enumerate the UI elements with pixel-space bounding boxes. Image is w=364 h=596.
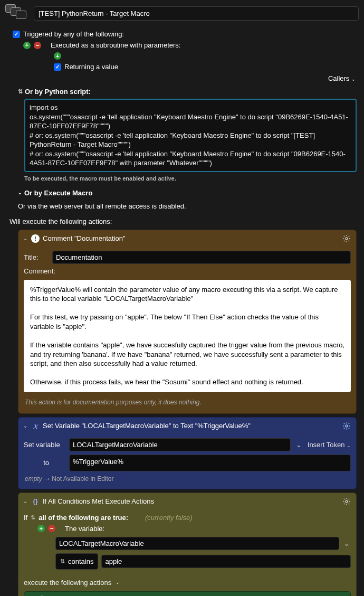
if-label: If (24, 514, 27, 522)
execute-actions-label: execute the following actions (24, 579, 111, 586)
python-script-label: Or by Python script: (25, 88, 91, 96)
variable-icon: 𝑥 (31, 422, 40, 430)
app-icon (5, 4, 28, 22)
action-title: Comment "Documentation" (43, 234, 338, 242)
actions-heading: Will execute the following actions: (0, 215, 364, 230)
action-play-sound-glass[interactable]: › 🔊 Play Sound "Glass" Asyncronously (24, 591, 351, 596)
arrow-right-icon: → (44, 475, 52, 483)
gear-icon[interactable] (341, 421, 352, 431)
updown-icon[interactable]: ⇅ (31, 514, 35, 521)
callers-button[interactable]: Callers ⌄ (328, 74, 356, 82)
variable-name-input[interactable]: LOCALTargetMacroVariable (69, 438, 291, 451)
action-set-variable[interactable]: ⌄ 𝑥 Set Variable "LOCALTargetMacroVariab… (18, 417, 357, 489)
action-if-then-else[interactable]: ⌄ {} If All Conditions Met Execute Actio… (18, 493, 357, 596)
gear-icon[interactable] (341, 233, 352, 244)
remove-trigger-button[interactable]: − (34, 42, 41, 49)
condition-variable-input[interactable]: LOCALTargetMacroVariable (55, 537, 339, 550)
updown-icon[interactable]: ⇅ (18, 88, 23, 95)
action-comment[interactable]: ⌄ ! Comment "Documentation" Title: Docum… (18, 230, 357, 414)
remove-condition-button[interactable]: − (48, 525, 55, 532)
returning-label: Returning a value (64, 63, 118, 71)
chevron-down-icon[interactable]: ⌄ (116, 580, 120, 585)
python-script-box[interactable]: import os os.system("""osascript -e 'tel… (24, 99, 357, 172)
setvar-label: Set variable (24, 441, 65, 449)
currently-status: (currently false) (145, 514, 193, 522)
chevron-down-icon[interactable]: ⌄ (342, 540, 351, 547)
add-trigger-button[interactable]: + (23, 42, 31, 49)
svg-point-1 (346, 425, 348, 427)
all-conditions-select[interactable]: all of the following are true: (39, 514, 128, 522)
subroutine-label: Executed as a subroutine with parameters… (51, 41, 180, 49)
comment-label: Comment: (24, 267, 55, 275)
svg-point-0 (346, 238, 348, 240)
triggered-checkbox[interactable] (13, 31, 20, 38)
updown-icon: ⇅ (60, 558, 65, 565)
status-empty: empty (25, 475, 42, 483)
status-na: Not Available in Editor (52, 475, 113, 483)
svg-point-2 (346, 500, 348, 503)
condition-operator-select[interactable]: ⇅ contains (55, 553, 98, 570)
condition-icon: {} (31, 497, 40, 506)
script-hint: To be executed, the macro must be enable… (0, 175, 364, 186)
chevron-down-icon[interactable]: ⌄ (295, 441, 303, 449)
comment-icon: ! (31, 234, 40, 243)
insert-token-button[interactable]: Insert Token ⌄ (308, 441, 351, 449)
add-param-button[interactable]: + (54, 52, 61, 60)
chevron-down-icon[interactable]: ⌄ (23, 498, 28, 504)
action-title: Set Variable "LOCALTargetMacroVariable" … (43, 422, 338, 430)
title-label: Title: (24, 253, 48, 261)
execute-macro-label: Or by Execute Macro (24, 189, 92, 197)
chevron-down-icon[interactable]: ⌄ (23, 423, 28, 429)
add-condition-button[interactable]: + (37, 525, 45, 532)
variable-label: The variable: (65, 525, 104, 533)
chevron-down-icon[interactable]: ⌄ (18, 190, 22, 195)
gear-icon[interactable] (341, 496, 352, 507)
action-title: If All Conditions Met Execute Actions (43, 497, 338, 505)
condition-value-input[interactable]: apple (101, 555, 351, 568)
variable-value-input[interactable]: %TriggerValue% (69, 455, 351, 471)
doc-note: This action is for documentation purpose… (24, 395, 351, 408)
macro-title-input[interactable]: [TEST] PythonReturn - Target Macro (34, 6, 359, 21)
to-label: to (24, 459, 65, 467)
returning-checkbox[interactable] (54, 63, 61, 71)
trigger-heading: Triggered by any of the following: (23, 30, 124, 38)
chevron-down-icon[interactable]: ⌄ (23, 235, 28, 241)
comment-title-input[interactable]: Documentation (52, 251, 351, 264)
via-web-label: Or via the web server but all remote acc… (0, 199, 364, 215)
comment-body[interactable]: %TriggerValue% will contain the paramete… (24, 280, 351, 392)
chevron-down-icon: ⌄ (351, 77, 356, 82)
